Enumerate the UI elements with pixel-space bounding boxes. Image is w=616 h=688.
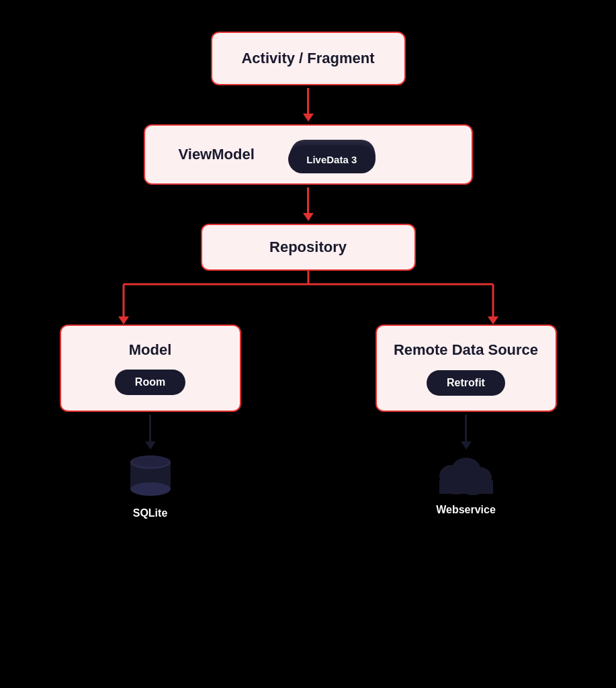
webservice-icon — [433, 452, 500, 496]
arrow-line-dark — [465, 415, 467, 441]
arrow-line-dark — [149, 415, 151, 441]
viewmodel-card: ViewModel LiveData 3 — [144, 124, 473, 185]
sqlite-icon — [124, 452, 177, 499]
viewmodel-label: ViewModel — [179, 146, 255, 163]
livedata-label: LiveData 3 — [306, 154, 357, 165]
arrow-remote-to-webservice — [461, 415, 472, 449]
room-pill: Room — [115, 370, 185, 395]
activity-fragment-label: Activity / Fragment — [241, 50, 374, 67]
bottom-row: Model Room — [19, 325, 597, 519]
arrow-activity-to-viewmodel — [303, 88, 314, 122]
retrofit-label: Retrofit — [447, 377, 485, 389]
architecture-diagram: Activity / Fragment ViewModel LiveData 3… — [19, 18, 597, 670]
svg-rect-16 — [439, 480, 493, 494]
remote-datasource-label: Remote Data Source — [394, 341, 538, 360]
arrow-head-dark — [461, 441, 472, 449]
arrow-head — [303, 213, 314, 221]
activity-fragment-card: Activity / Fragment — [211, 32, 406, 85]
model-label: Model — [129, 341, 172, 359]
sqlite-icon-wrap: SQLite — [124, 452, 177, 519]
webservice-icon-wrap: Webservice — [433, 452, 500, 516]
svg-point-10 — [132, 456, 169, 467]
retrofit-pill: Retrofit — [427, 370, 505, 396]
sqlite-label: SQLite — [133, 507, 168, 519]
svg-marker-3 — [118, 316, 129, 325]
model-column: Model Room — [60, 325, 241, 519]
model-card: Model Room — [60, 325, 241, 412]
webservice-label: Webservice — [436, 504, 496, 516]
arrow-line — [307, 187, 309, 213]
svg-point-8 — [130, 482, 171, 496]
branch-arrows-svg — [19, 271, 597, 325]
arrow-line — [307, 88, 309, 114]
repository-card: Repository — [201, 224, 416, 271]
arrow-head-dark — [145, 441, 156, 449]
livedata-chip-front: LiveData 3 — [288, 145, 376, 173]
branch-arrows-container — [19, 271, 597, 325]
arrow-model-to-sqlite — [145, 415, 156, 449]
arrow-head — [303, 114, 314, 122]
repository-label: Repository — [269, 239, 347, 256]
arrow-viewmodel-to-repository — [303, 187, 314, 221]
remote-datasource-card: Remote Data Source Retrofit — [376, 325, 557, 412]
remote-datasource-column: Remote Data Source Retrofit — [376, 325, 557, 516]
room-label: Room — [135, 376, 165, 388]
livedata-stack: LiveData 3 — [288, 140, 376, 173]
svg-marker-5 — [488, 316, 498, 325]
